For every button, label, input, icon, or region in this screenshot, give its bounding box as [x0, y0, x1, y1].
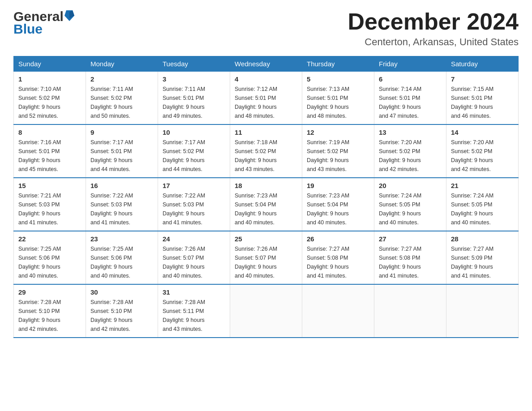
day-number: 1	[18, 75, 81, 83]
calendar-cell: 9 Sunrise: 7:17 AMSunset: 5:01 PMDayligh…	[86, 124, 158, 178]
day-info: Sunrise: 7:10 AMSunset: 5:02 PMDaylight:…	[18, 85, 81, 120]
day-info: Sunrise: 7:25 AMSunset: 5:06 PMDaylight:…	[18, 244, 81, 280]
day-number: 21	[451, 182, 514, 189]
month-title: December 2024	[348, 9, 519, 34]
day-number: 29	[18, 288, 81, 296]
calendar-cell: 2 Sunrise: 7:11 AMSunset: 5:02 PMDayligh…	[86, 72, 158, 125]
day-info: Sunrise: 7:13 AMSunset: 5:01 PMDaylight:…	[307, 85, 369, 120]
calendar-cell: 3 Sunrise: 7:11 AMSunset: 5:01 PMDayligh…	[158, 72, 230, 125]
day-header-tuesday: Tuesday	[158, 56, 230, 72]
calendar-cell: 19 Sunrise: 7:23 AMSunset: 5:04 PMDaylig…	[302, 178, 374, 231]
logo-triangle-icon	[64, 9, 74, 22]
week-row-4: 22 Sunrise: 7:25 AMSunset: 5:06 PMDaylig…	[14, 231, 519, 284]
calendar-cell: 20 Sunrise: 7:24 AMSunset: 5:05 PMDaylig…	[374, 178, 446, 231]
day-number: 10	[163, 128, 225, 136]
day-number: 31	[163, 288, 225, 296]
day-info: Sunrise: 7:26 AMSunset: 5:07 PMDaylight:…	[163, 244, 225, 280]
day-header-wednesday: Wednesday	[230, 56, 302, 72]
day-number: 18	[235, 182, 297, 189]
day-number: 8	[18, 128, 81, 136]
day-header-thursday: Thursday	[302, 56, 374, 72]
day-number: 22	[18, 235, 81, 243]
logo: General Blue	[13, 9, 74, 37]
day-number: 2	[90, 75, 153, 83]
day-number: 15	[18, 182, 81, 189]
day-number: 14	[451, 128, 514, 136]
calendar-cell	[230, 284, 302, 338]
calendar-cell: 27 Sunrise: 7:27 AMSunset: 5:08 PMDaylig…	[374, 231, 446, 284]
calendar-cell: 30 Sunrise: 7:28 AMSunset: 5:10 PMDaylig…	[86, 284, 158, 338]
day-info: Sunrise: 7:27 AMSunset: 5:08 PMDaylight:…	[379, 244, 442, 280]
day-info: Sunrise: 7:16 AMSunset: 5:01 PMDaylight:…	[18, 138, 81, 174]
day-number: 13	[379, 128, 442, 136]
day-number: 20	[379, 182, 442, 189]
day-number: 11	[235, 128, 297, 136]
day-headers-row: SundayMondayTuesdayWednesdayThursdayFrid…	[14, 56, 519, 72]
logo-blue-text: Blue	[13, 21, 43, 37]
day-number: 17	[163, 182, 225, 189]
day-info: Sunrise: 7:11 AMSunset: 5:01 PMDaylight:…	[163, 85, 225, 120]
day-number: 16	[90, 182, 153, 189]
day-info: Sunrise: 7:11 AMSunset: 5:02 PMDaylight:…	[90, 85, 153, 120]
day-number: 12	[307, 128, 369, 136]
day-info: Sunrise: 7:14 AMSunset: 5:01 PMDaylight:…	[379, 85, 442, 120]
day-number: 4	[235, 75, 297, 83]
day-info: Sunrise: 7:17 AMSunset: 5:01 PMDaylight:…	[90, 138, 153, 174]
calendar-cell: 10 Sunrise: 7:17 AMSunset: 5:02 PMDaylig…	[158, 124, 230, 178]
calendar-cell	[446, 284, 519, 338]
day-number: 5	[307, 75, 369, 83]
calendar-cell: 17 Sunrise: 7:22 AMSunset: 5:03 PMDaylig…	[158, 178, 230, 231]
calendar-cell: 23 Sunrise: 7:25 AMSunset: 5:06 PMDaylig…	[86, 231, 158, 284]
calendar-cell: 8 Sunrise: 7:16 AMSunset: 5:01 PMDayligh…	[14, 124, 86, 178]
day-info: Sunrise: 7:12 AMSunset: 5:01 PMDaylight:…	[235, 85, 297, 120]
calendar-cell: 29 Sunrise: 7:28 AMSunset: 5:10 PMDaylig…	[14, 284, 86, 338]
day-number: 28	[451, 235, 514, 243]
day-number: 19	[307, 182, 369, 189]
day-header-saturday: Saturday	[446, 56, 519, 72]
calendar-cell: 18 Sunrise: 7:23 AMSunset: 5:04 PMDaylig…	[230, 178, 302, 231]
day-info: Sunrise: 7:23 AMSunset: 5:04 PMDaylight:…	[235, 191, 297, 227]
day-number: 30	[90, 288, 153, 296]
week-row-3: 15 Sunrise: 7:21 AMSunset: 5:03 PMDaylig…	[14, 178, 519, 231]
day-number: 6	[379, 75, 442, 83]
day-info: Sunrise: 7:24 AMSunset: 5:05 PMDaylight:…	[451, 191, 514, 227]
calendar-cell: 1 Sunrise: 7:10 AMSunset: 5:02 PMDayligh…	[14, 72, 86, 125]
day-info: Sunrise: 7:17 AMSunset: 5:02 PMDaylight:…	[163, 138, 225, 174]
calendar-cell: 26 Sunrise: 7:27 AMSunset: 5:08 PMDaylig…	[302, 231, 374, 284]
day-info: Sunrise: 7:21 AMSunset: 5:03 PMDaylight:…	[18, 191, 81, 227]
calendar-cell	[374, 284, 446, 338]
calendar-cell: 25 Sunrise: 7:26 AMSunset: 5:07 PMDaylig…	[230, 231, 302, 284]
week-row-2: 8 Sunrise: 7:16 AMSunset: 5:01 PMDayligh…	[14, 124, 519, 178]
calendar-cell: 7 Sunrise: 7:15 AMSunset: 5:01 PMDayligh…	[446, 72, 519, 125]
calendar-cell: 13 Sunrise: 7:20 AMSunset: 5:02 PMDaylig…	[374, 124, 446, 178]
location-title: Centerton, Arkansas, United States	[348, 36, 519, 48]
day-info: Sunrise: 7:15 AMSunset: 5:01 PMDaylight:…	[451, 85, 514, 120]
day-info: Sunrise: 7:22 AMSunset: 5:03 PMDaylight:…	[90, 191, 153, 227]
calendar-cell: 5 Sunrise: 7:13 AMSunset: 5:01 PMDayligh…	[302, 72, 374, 125]
day-number: 26	[307, 235, 369, 243]
week-row-1: 1 Sunrise: 7:10 AMSunset: 5:02 PMDayligh…	[14, 72, 519, 125]
day-number: 7	[451, 75, 514, 83]
day-number: 25	[235, 235, 297, 243]
calendar-cell: 12 Sunrise: 7:19 AMSunset: 5:02 PMDaylig…	[302, 124, 374, 178]
day-info: Sunrise: 7:22 AMSunset: 5:03 PMDaylight:…	[163, 191, 225, 227]
day-header-friday: Friday	[374, 56, 446, 72]
calendar-cell: 31 Sunrise: 7:28 AMSunset: 5:11 PMDaylig…	[158, 284, 230, 338]
calendar-cell: 22 Sunrise: 7:25 AMSunset: 5:06 PMDaylig…	[14, 231, 86, 284]
page-header: General Blue December 2024 Centerton, Ar…	[13, 9, 519, 48]
day-info: Sunrise: 7:27 AMSunset: 5:09 PMDaylight:…	[451, 244, 514, 280]
day-info: Sunrise: 7:28 AMSunset: 5:11 PMDaylight:…	[163, 298, 225, 334]
calendar-cell: 15 Sunrise: 7:21 AMSunset: 5:03 PMDaylig…	[14, 178, 86, 231]
title-section: December 2024 Centerton, Arkansas, Unite…	[348, 9, 519, 48]
day-header-sunday: Sunday	[14, 56, 86, 72]
day-info: Sunrise: 7:25 AMSunset: 5:06 PMDaylight:…	[90, 244, 153, 280]
calendar-cell: 21 Sunrise: 7:24 AMSunset: 5:05 PMDaylig…	[446, 178, 519, 231]
day-info: Sunrise: 7:26 AMSunset: 5:07 PMDaylight:…	[235, 244, 297, 280]
day-info: Sunrise: 7:27 AMSunset: 5:08 PMDaylight:…	[307, 244, 369, 280]
day-header-monday: Monday	[86, 56, 158, 72]
calendar-cell: 6 Sunrise: 7:14 AMSunset: 5:01 PMDayligh…	[374, 72, 446, 125]
day-info: Sunrise: 7:28 AMSunset: 5:10 PMDaylight:…	[18, 298, 81, 334]
day-number: 3	[163, 75, 225, 83]
calendar-cell: 24 Sunrise: 7:26 AMSunset: 5:07 PMDaylig…	[158, 231, 230, 284]
calendar-cell	[302, 284, 374, 338]
